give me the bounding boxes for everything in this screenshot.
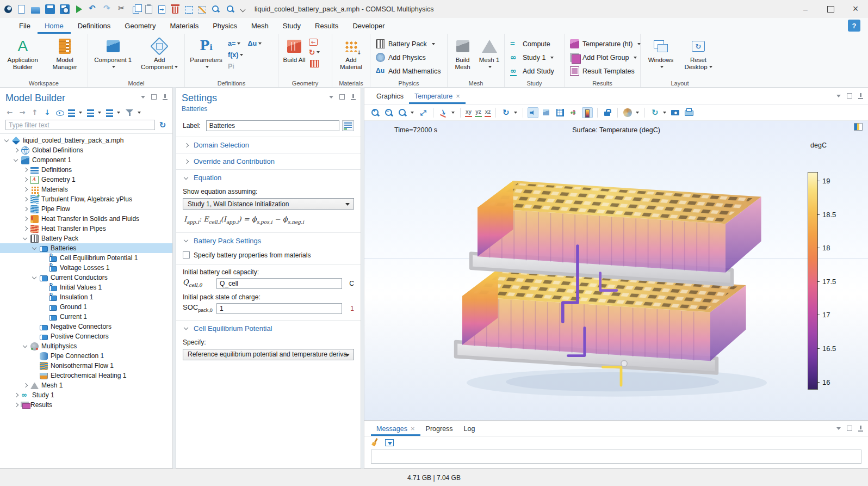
tab-temperature[interactable]: Temperature xyxy=(409,88,466,104)
run-icon[interactable] xyxy=(76,5,82,13)
q-cell-input[interactable] xyxy=(216,278,342,289)
chevron-icon[interactable] xyxy=(22,176,30,183)
chevron-icon[interactable] xyxy=(22,215,30,223)
add-material-button[interactable]: Add Material xyxy=(334,36,368,78)
show-grid-icon[interactable] xyxy=(555,107,566,118)
equation-assuming-select[interactable]: Study 1, Wall Distance Initialization xyxy=(183,198,354,210)
tree-item-cell-equilibrium-potential[interactable]: Cell Equilibrium Potential 1 xyxy=(0,253,172,263)
menu-home[interactable]: Home xyxy=(38,18,71,34)
chevron-icon[interactable] xyxy=(22,186,30,193)
messages-output[interactable] xyxy=(371,450,861,464)
tree-item-heat-transfer-solids-fluids[interactable]: Heat Transfer in Solids and Fluids xyxy=(0,214,172,224)
panel-float-icon[interactable] xyxy=(151,94,157,100)
tree-item-results[interactable]: Results xyxy=(0,400,172,410)
paste-icon[interactable] xyxy=(145,5,152,14)
menu-materials[interactable]: Materials xyxy=(163,18,206,34)
tree-filter-input[interactable] xyxy=(5,120,155,130)
section-domain-selection[interactable]: Domain Selection xyxy=(176,137,361,153)
zoom-box-icon[interactable] xyxy=(397,107,408,118)
save-as-icon[interactable] xyxy=(60,4,70,14)
minimize-button[interactable] xyxy=(793,0,818,18)
menu-file[interactable]: File xyxy=(12,18,38,34)
menu-developer[interactable]: Developer xyxy=(345,18,392,34)
yz-view-button[interactable]: yz xyxy=(475,108,482,117)
tree-item-insulation[interactable]: Insulation 1 xyxy=(0,292,172,302)
refresh-icon[interactable] xyxy=(158,121,167,130)
add-component-button[interactable]: Add Component xyxy=(139,36,180,78)
update-dropdown-icon[interactable] xyxy=(663,108,667,117)
tree-item-turbulent-flow[interactable]: Turbulent Flow, Algebraic yPlus xyxy=(0,194,172,204)
chevron-icon[interactable] xyxy=(31,244,39,252)
study-1-button[interactable]: Study 1 xyxy=(507,51,562,64)
tree-item-positive-connectors[interactable]: Positive Connectors xyxy=(0,331,172,341)
zoom-out-icon[interactable] xyxy=(383,107,394,118)
chevron-icon[interactable] xyxy=(22,205,30,213)
label-input[interactable] xyxy=(206,120,339,131)
clear-selection-icon[interactable] xyxy=(198,6,206,14)
open-file-icon[interactable] xyxy=(31,7,40,14)
collapse-all-icon[interactable] xyxy=(68,109,75,117)
chevron-icon[interactable] xyxy=(31,274,39,281)
rotate-icon[interactable] xyxy=(500,107,511,118)
tab-progress[interactable]: Progress xyxy=(420,421,458,436)
section-cell-equilibrium-potential[interactable]: Cell Equilibrium Potential xyxy=(176,320,361,336)
save-icon[interactable] xyxy=(45,4,55,14)
panel-float-icon[interactable] xyxy=(846,425,853,432)
panel-pin-icon[interactable] xyxy=(857,93,864,99)
tree-item-electrochemical-heating[interactable]: Electrochemical Heating 1 xyxy=(0,371,172,380)
tree-item-component-1[interactable]: Component 1 xyxy=(0,155,172,165)
scene-light-icon[interactable] xyxy=(528,107,538,118)
menu-definitions[interactable]: Definitions xyxy=(71,18,118,34)
result-templates-button[interactable]: Result Templates xyxy=(567,65,638,77)
update-plot-icon[interactable] xyxy=(649,107,660,118)
parameters-button[interactable]: Pi Parameters xyxy=(187,36,225,78)
specify-select[interactable]: Reference equilibrium potential and temp… xyxy=(183,349,354,360)
component-1-button[interactable]: Component 1 xyxy=(92,36,134,78)
functions-button[interactable]: f(x) xyxy=(226,50,245,60)
panel-menu-icon[interactable] xyxy=(140,94,146,100)
tree-item-ground[interactable]: Ground 1 xyxy=(0,302,172,312)
tree-item-initial-values[interactable]: Initial Values 1 xyxy=(0,282,172,292)
tree-item-study-1[interactable]: Study 1 xyxy=(0,390,172,400)
tree-item-materials[interactable]: Materials xyxy=(0,184,172,194)
undo-icon[interactable] xyxy=(89,4,98,14)
panel-pin-icon[interactable] xyxy=(350,94,356,100)
tree-item-geometry-1[interactable]: Geometry 1 xyxy=(0,175,172,184)
filter-dropdown-icon[interactable] xyxy=(138,108,142,117)
tree-item-multiphysics[interactable]: Multiphysics xyxy=(0,341,172,351)
parameter-case-button[interactable]: Pi xyxy=(226,61,245,71)
plot-thumbnail-icon[interactable] xyxy=(854,123,863,131)
zoom-extents-icon[interactable] xyxy=(418,107,429,118)
add-physics-button[interactable]: Add Physics xyxy=(373,51,445,64)
find-icon[interactable] xyxy=(211,4,221,14)
tree-item-current[interactable]: Current 1 xyxy=(0,312,172,322)
add-mathematics-button[interactable]: Add Mathematics xyxy=(373,65,445,77)
tree-item-battery-pack[interactable]: Battery Pack xyxy=(0,233,172,243)
close-tab-icon[interactable] xyxy=(456,92,460,100)
chevron-icon[interactable] xyxy=(22,235,30,242)
tree-item-global-definitions[interactable]: Global Definitions xyxy=(0,145,172,155)
tree-item-pipe-flow[interactable]: Pipe Flow xyxy=(0,204,172,214)
model-manager-button[interactable]: Model Manager xyxy=(45,36,86,78)
reset-desktop-button[interactable]: Reset Desktop xyxy=(681,36,716,78)
color-legend-icon[interactable] xyxy=(582,107,593,118)
rotate-dropdown-icon[interactable] xyxy=(514,108,518,117)
panel-menu-icon[interactable] xyxy=(835,93,842,99)
new-file-icon[interactable] xyxy=(18,5,25,14)
chevron-icon[interactable] xyxy=(22,342,30,350)
tree-item-current-conductors[interactable]: Current Conductors xyxy=(0,273,172,282)
mesh-1-button[interactable]: Mesh 1 xyxy=(476,36,502,78)
redo-icon[interactable] xyxy=(103,4,113,14)
windows-button[interactable]: Windows xyxy=(644,36,678,78)
help-button[interactable] xyxy=(848,20,860,32)
menu-geometry[interactable]: Geometry xyxy=(117,18,163,34)
panel-menu-icon[interactable] xyxy=(328,94,334,100)
graphics-canvas[interactable]: Time=72000 s Surface: Temperature (degC) xyxy=(364,121,868,420)
compute-button[interactable]: Compute xyxy=(507,38,562,50)
chevron-icon[interactable] xyxy=(13,401,21,409)
rename-icon[interactable] xyxy=(342,120,354,131)
tab-messages[interactable]: Messages xyxy=(371,421,420,436)
battery-pack-button[interactable]: Battery Pack xyxy=(373,38,445,50)
duplicate-icon[interactable] xyxy=(158,5,165,14)
zoom-dropdown-icon[interactable] xyxy=(411,108,415,117)
